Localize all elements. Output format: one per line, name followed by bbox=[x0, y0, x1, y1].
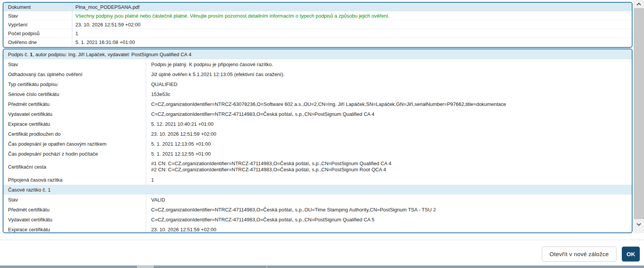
signature-number: 1 bbox=[30, 52, 33, 57]
row-label: Vydavatel certifikátu bbox=[3, 109, 146, 119]
open-in-new-tab-button[interactable]: Otevřít v nové záložce bbox=[542, 247, 616, 262]
background-table-edge-divider bbox=[153, 266, 153, 268]
table-row: DokumentPlna_moc_PODEPSANA.pdf bbox=[3, 3, 632, 11]
row-label: Expirace certifikátu bbox=[3, 119, 146, 129]
table-row: Ověřeno dne5. 1. 2021 16:31:08 +01:00 bbox=[3, 38, 632, 47]
row-label: Předmět certifikátu bbox=[3, 205, 146, 214]
signature-rows-container: StavPodpis je platný. K podpisu je připo… bbox=[3, 59, 632, 233]
signature-header-suffix: , autor podpisu: Ing. Jiří Lapáček, vyda… bbox=[33, 52, 191, 57]
background-table-edge-segment bbox=[137, 266, 153, 268]
row-value: C=CZ,organizationIdentifier=NTRCZ-471149… bbox=[146, 214, 632, 224]
signature-header-prefix: Podpis č. bbox=[8, 52, 30, 57]
row-value: 23. 10. 2026 12:51:59 +02:00 bbox=[146, 224, 632, 233]
table-row: StavVšechny podpisy jsou platné nebo čás… bbox=[3, 11, 632, 20]
row-label: Ověřeno dne bbox=[3, 38, 72, 47]
row-value-line: #1 CN: C=CZ,organizationIdentifier=NTRCZ… bbox=[151, 161, 391, 167]
row-value: 5. 1. 2021 12:13:05 +01:00 bbox=[146, 139, 632, 149]
row-value: C=CZ,organizationIdentifier=NTRCZ-471149… bbox=[146, 205, 632, 214]
row-value: C=CZ,organizationIdentifier=NTRCZ-630782… bbox=[146, 99, 632, 109]
row-label: Certifikační cesta bbox=[3, 159, 146, 175]
row-value: Plna_moc_PODEPSANA.pdf bbox=[72, 3, 632, 11]
row-label: Čas podepsání pochází z hodin počítače bbox=[3, 149, 146, 159]
table-row: Čas podepsání pochází z hodin počítače5.… bbox=[3, 149, 632, 159]
row-value: Již úplně ověřen k 5.1.2021 12:13:05 (ef… bbox=[146, 69, 632, 79]
table-row: Předmět certifikátuC=CZ,organizationIden… bbox=[3, 205, 632, 214]
row-value: Podpis je platný. K podpisu je připojeno… bbox=[146, 59, 632, 69]
row-label: Stav bbox=[3, 195, 146, 205]
row-value: 5. 1. 2021 12:12:55 +01:00 bbox=[146, 149, 632, 159]
table-row: Předmět certifikátuC=CZ,organizationIden… bbox=[3, 99, 632, 109]
row-label: Typ certifikátu podpisu bbox=[3, 79, 146, 89]
chevron-up-icon bbox=[636, 3, 641, 6]
row-label: Stav bbox=[3, 59, 146, 69]
footer-button-bar: Otevřít v nové záložce OK bbox=[542, 247, 640, 262]
row-value: 5. 12. 2021 10:40:21 +01:00 bbox=[146, 119, 632, 129]
table-row: Počet podpisů1 bbox=[3, 29, 632, 38]
row-label: Odhadovaný čas úplného ověření bbox=[3, 69, 146, 79]
scroll-up-button[interactable] bbox=[634, 0, 644, 8]
row-value: #1 CN: C=CZ,organizationIdentifier=NTRCZ… bbox=[146, 159, 632, 175]
scroll-down-button[interactable] bbox=[634, 219, 644, 233]
background-table-edge-divider bbox=[137, 266, 137, 268]
row-label: Vypršení bbox=[3, 20, 72, 29]
background-table-edge-divider bbox=[267, 266, 267, 268]
table-row: Vydavatel certifikátuC=CZ,organizationId… bbox=[3, 109, 632, 119]
table-row: Připojená časová razítka1 bbox=[3, 175, 632, 185]
row-value: C=CZ,organizationIdentifier=NTRCZ-471149… bbox=[146, 109, 632, 119]
row-value: Všechny podpisy jsou platné nebo částečn… bbox=[72, 11, 632, 20]
row-label: Počet podpisů bbox=[3, 29, 72, 37]
section-header-label: Časové razítko č. 1 bbox=[3, 185, 632, 195]
row-value: 5. 1. 2021 16:31:08 +01:00 bbox=[72, 38, 632, 47]
row-value: 23. 10. 2026 12:51:59 +02:00 bbox=[72, 20, 632, 29]
table-row: Certifikát prodloužen do23. 10. 2026 12:… bbox=[3, 129, 632, 139]
ok-button[interactable]: OK bbox=[622, 247, 640, 262]
table-row: Odhadovaný čas úplného ověřeníJiž úplně … bbox=[3, 69, 632, 79]
row-label: Expirace certifikátu bbox=[3, 224, 146, 233]
table-row: Čas podepsání je opatřen časovým razítke… bbox=[3, 139, 632, 149]
row-label: Stav bbox=[3, 11, 72, 20]
table-row: StavPodpis je platný. K podpisu je připo… bbox=[3, 59, 632, 69]
table-row: StavVALID bbox=[3, 195, 632, 205]
row-value: VALID bbox=[146, 195, 632, 205]
table-row: Typ certifikátu podpisuQUALIFIED bbox=[3, 79, 632, 89]
row-label: Předmět certifikátu bbox=[3, 99, 146, 109]
row-value: QUALIFIED bbox=[146, 79, 632, 89]
table-row: Certifikační cesta#1 CN: C=CZ,organizati… bbox=[3, 159, 632, 175]
signature-section-header-text: Podpis č. 1 , autor podpisu: Ing. Jiří L… bbox=[3, 49, 632, 59]
table-row: Vydavatel certifikátuC=CZ,organizationId… bbox=[3, 214, 632, 224]
row-label: Sériové číslo certifikátu bbox=[3, 89, 146, 99]
row-value-line: #2 CN: C=CZ,organizationIdentifier=NTRCZ… bbox=[151, 167, 386, 173]
row-value: 153e53c bbox=[146, 89, 632, 99]
signature-detail-table: Podpis č. 1 , autor podpisu: Ing. Jiří L… bbox=[3, 49, 633, 233]
table-row: Sériové číslo certifikátu153e53c bbox=[3, 89, 632, 99]
row-value: 23. 10. 2026 12:51:59 +02:00 bbox=[146, 129, 632, 139]
chevron-down-icon bbox=[636, 223, 641, 226]
signature-section-header: Podpis č. 1 , autor podpisu: Ing. Jiří L… bbox=[3, 49, 632, 59]
row-value: 1 bbox=[72, 29, 632, 37]
vertical-scrollbar[interactable] bbox=[634, 0, 644, 233]
background-table-edge bbox=[0, 265, 644, 268]
row-label: Certifikát prodloužen do bbox=[3, 129, 146, 139]
row-label: Vydavatel certifikátu bbox=[3, 214, 146, 224]
row-value: 1 bbox=[146, 175, 632, 185]
row-label: Čas podepsání je opatřen časovým razítke… bbox=[3, 139, 146, 149]
row-label: Připojená časová razítka bbox=[3, 175, 146, 185]
table-row: Expirace certifikátu5. 12. 2021 10:40:21… bbox=[3, 119, 632, 129]
row-label: Dokument bbox=[3, 3, 72, 11]
table-row: Vypršení23. 10. 2026 12:51:59 +02:00 bbox=[3, 20, 632, 29]
scrollbar-thumb[interactable] bbox=[634, 8, 644, 219]
table-row: Expirace certifikátu23. 10. 2026 12:51:5… bbox=[3, 224, 632, 233]
document-summary-table: DokumentPlna_moc_PODEPSANA.pdfStavVšechn… bbox=[3, 2, 633, 48]
footer-divider bbox=[0, 240, 644, 240]
timestamp-section-header: Časové razítko č. 1 bbox=[3, 185, 632, 195]
